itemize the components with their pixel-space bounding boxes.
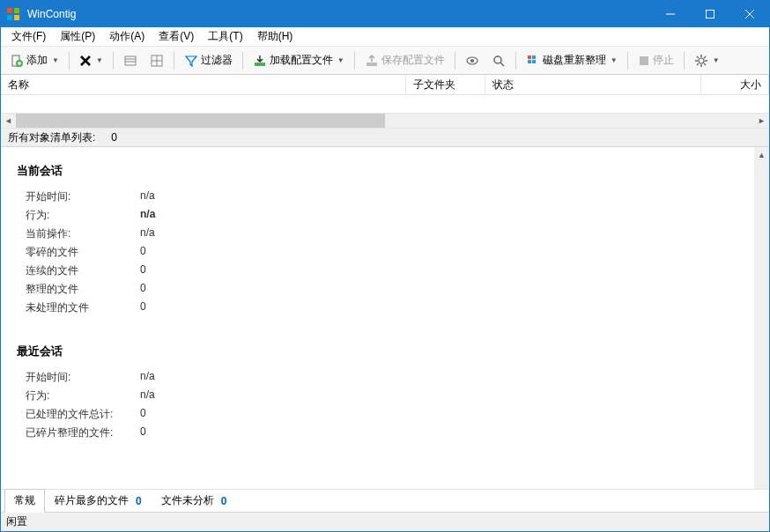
search-button[interactable] [486,50,511,71]
filter-button[interactable]: 过滤器 [179,49,238,71]
behavior-value: n/a [140,208,155,223]
tab-most-fragmented-label: 碎片最多的文件 [55,493,129,508]
save-icon [365,54,379,68]
current-op-label: 当前操作: [26,226,140,241]
chevron-down-icon: ▼ [611,56,618,64]
toolbar: 添加 ▼ ▼ 过滤器 加载配置文件 ▼ 保存配置文件 [1,47,769,75]
list-status-label: 所有对象清单列表: [8,130,95,145]
col-name[interactable]: 名称 [1,75,406,94]
maximize-button[interactable] [690,1,729,27]
scroll-left-arrow[interactable]: ◄ [1,114,16,129]
view-grid-button[interactable] [144,50,169,71]
defrag-button[interactable]: 磁盘重新整理 ▼ [521,49,623,71]
svg-rect-20 [255,63,265,66]
stop-label: 停止 [653,53,674,68]
stop-icon [638,55,650,67]
load-icon [253,54,267,68]
separator [242,52,243,70]
svg-line-38 [704,56,706,58]
save-config-label: 保存配置文件 [381,53,445,68]
tab-not-analyzed[interactable]: 文件未分析 0 [152,489,237,512]
window-title: WinContig [26,8,650,20]
tab-general[interactable]: 常规 [4,489,45,513]
save-config-button[interactable]: 保存配置文件 [359,49,450,71]
scroll-right-arrow[interactable]: ► [754,114,769,129]
vertical-scrollbar[interactable]: ▲ [754,147,769,489]
scroll-thumb[interactable] [16,114,385,128]
svg-rect-28 [528,60,531,63]
analyze-button[interactable] [460,50,485,71]
separator [174,52,174,70]
view-list-button[interactable] [118,50,143,71]
svg-line-39 [697,63,699,65]
defragged-label: 整理的文件 [26,282,140,297]
statusbar: 闲置 [1,512,769,531]
menu-help[interactable]: 帮助(H) [250,27,300,46]
separator [627,52,628,70]
load-config-label: 加载配置文件 [270,53,333,68]
tab-most-fragmented[interactable]: 碎片最多的文件 0 [45,489,152,512]
chevron-down-icon: ▼ [337,56,344,64]
load-config-button[interactable]: 加载配置文件 ▼ [248,49,350,71]
tab-most-fragmented-count: 0 [136,495,142,507]
unprocessed-value: 0 [140,300,146,315]
horizontal-scrollbar[interactable]: ◄ ► [1,113,769,128]
contiguous-value: 0 [140,263,146,278]
start-time-value: n/a [140,189,155,204]
defragged-files-value: 0 [140,425,146,440]
window-controls [650,1,769,27]
delete-button[interactable]: ▼ [74,51,108,70]
svg-line-25 [500,63,504,66]
menu-action[interactable]: 动作(A) [102,27,152,46]
fragmented-value: 0 [140,245,146,260]
svg-point-24 [494,56,501,63]
col-size[interactable]: 大小 [701,75,769,94]
scroll-up-arrow[interactable]: ▲ [754,147,769,162]
column-headers: 名称 子文件夹 状态 大小 [1,75,769,95]
col-subfolder[interactable]: 子文件夹 [406,75,485,94]
stop-button[interactable]: 停止 [633,49,679,71]
defrag-label: 磁盘重新整理 [543,53,606,68]
menu-file[interactable]: 文件(F) [4,27,53,46]
close-button[interactable] [729,1,769,27]
defragged-files-label: 已碎片整理的文件: [26,425,140,440]
unprocessed-label: 未处理的文件 [26,300,140,315]
contiguous-label: 连续的文件 [26,263,140,278]
svg-point-23 [470,59,474,63]
svg-line-36 [697,56,699,58]
grid-icon [150,54,164,68]
behavior-label: 行为: [26,208,140,223]
scroll-track[interactable] [16,114,754,128]
svg-rect-3 [14,15,19,20]
recent-start-time-label: 开始时间: [26,370,140,385]
menu-attributes[interactable]: 属性(P) [53,27,102,46]
chevron-down-icon: ▼ [96,56,103,64]
filter-icon [184,54,198,68]
svg-point-31 [699,58,704,63]
add-file-icon [10,54,24,68]
chevron-down-icon: ▼ [713,56,720,64]
recent-start-time-value: n/a [140,370,155,385]
svg-rect-0 [7,8,12,13]
menu-view[interactable]: 查看(V) [152,27,201,46]
separator [354,52,355,70]
recent-session-title: 最近会话 [17,344,753,359]
add-button[interactable]: 添加 ▼ [4,49,64,71]
recent-behavior-label: 行为: [26,388,140,403]
svg-rect-14 [125,56,136,65]
svg-rect-5 [706,11,714,18]
list-status-line: 所有对象清单列表: 0 [1,128,769,147]
menu-tools[interactable]: 工具(T) [201,27,249,46]
svg-rect-29 [532,60,536,63]
minimize-button[interactable] [650,1,690,27]
current-op-value: n/a [140,226,155,241]
processed-total-value: 0 [140,407,146,422]
add-label: 添加 [26,53,48,68]
list-status-count: 0 [111,131,117,144]
app-icon [6,7,20,21]
session-panel: 当前会话 开始时间:n/a 行为:n/a 当前操作:n/a 零碎的文件0 连续的… [1,147,769,489]
recent-behavior-value: n/a [140,388,155,403]
col-status[interactable]: 状态 [485,75,701,94]
settings-button[interactable]: ▼ [689,50,725,71]
x-icon [79,55,92,67]
